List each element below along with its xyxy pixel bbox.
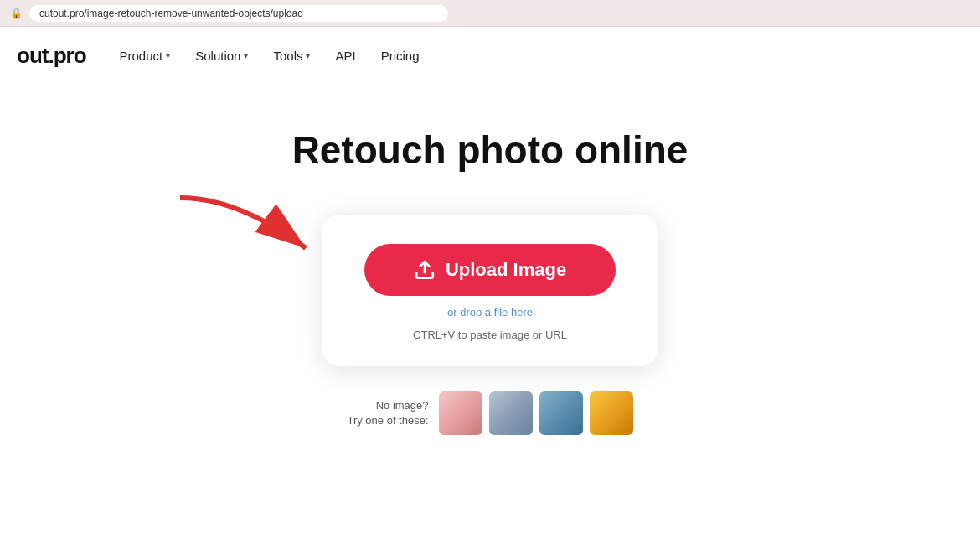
nav-link-pricing[interactable]: Pricing — [381, 49, 420, 63]
drop-hint: or drop a file here — [447, 306, 533, 319]
sample-section: No image? Try one of these: — [347, 391, 632, 435]
url-text: cutout.pro/image-retouch-remove-unwanted… — [39, 8, 303, 19]
sample-label: No image? Try one of these: — [347, 398, 428, 428]
nav-item-product[interactable]: Product ▾ — [120, 49, 171, 63]
address-bar[interactable]: cutout.pro/image-retouch-remove-unwanted… — [29, 5, 448, 22]
nav-label-pricing: Pricing — [381, 49, 420, 63]
arrow-icon — [172, 189, 339, 273]
sample-images — [439, 391, 633, 435]
main-content: Retouch photo online Upload — [0, 85, 980, 435]
upload-section: Upload Image or drop a file here CTRL+V … — [322, 215, 658, 435]
sample-image-1[interactable] — [439, 391, 482, 435]
sample-image-2[interactable] — [489, 391, 533, 435]
nav-item-tools[interactable]: Tools ▾ — [273, 49, 310, 63]
upload-button[interactable]: Upload Image — [364, 244, 616, 296]
nav-label-api: API — [335, 49, 355, 63]
arrow-container — [172, 189, 339, 273]
nav-item-api[interactable]: API — [335, 49, 355, 63]
try-these-text: Try one of these: — [347, 414, 428, 427]
chevron-down-icon: ▾ — [306, 51, 310, 60]
nav-link-solution[interactable]: Solution ▾ — [195, 49, 248, 63]
upload-icon — [414, 259, 436, 281]
nav-item-pricing[interactable]: Pricing — [381, 49, 420, 63]
sample-image-4[interactable] — [590, 391, 633, 435]
upload-button-label: Upload Image — [446, 259, 566, 281]
nav-label-product: Product — [120, 49, 163, 63]
chevron-down-icon: ▾ — [166, 51, 170, 60]
navbar: out.pro Product ▾ Solution ▾ Tools ▾ API — [0, 27, 980, 85]
nav-label-tools: Tools — [273, 49, 302, 63]
paste-hint: CTRL+V to paste image or URL — [413, 329, 567, 341]
nav-item-solution[interactable]: Solution ▾ — [195, 49, 248, 63]
browser-bar: 🔒 cutout.pro/image-retouch-remove-unwant… — [0, 0, 980, 27]
logo[interactable]: out.pro — [17, 43, 86, 69]
no-image-text: No image? — [376, 399, 429, 412]
sample-image-3[interactable] — [539, 391, 583, 435]
lock-icon: 🔒 — [10, 8, 23, 19]
page-title: Retouch photo online — [292, 127, 689, 173]
nav-link-product[interactable]: Product ▾ — [120, 49, 171, 63]
nav-links: Product ▾ Solution ▾ Tools ▾ API Pricing — [120, 49, 420, 63]
nav-link-api[interactable]: API — [335, 49, 355, 63]
nav-label-solution: Solution — [195, 49, 240, 63]
upload-card: Upload Image or drop a file here CTRL+V … — [322, 215, 658, 366]
chevron-down-icon: ▾ — [244, 51, 248, 60]
nav-link-tools[interactable]: Tools ▾ — [273, 49, 310, 63]
lock-icon-wrap: 🔒 — [10, 8, 23, 19]
